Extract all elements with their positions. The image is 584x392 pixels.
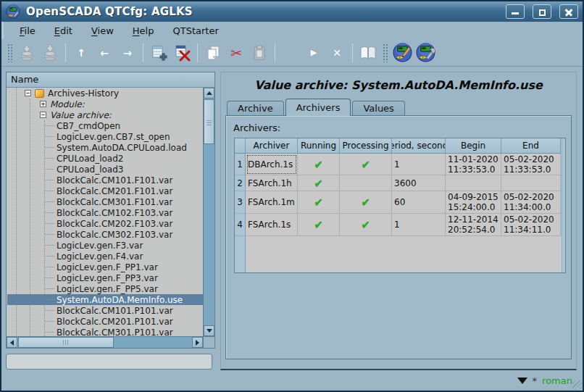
tree-item-blockcalc-cm101-p101-var[interactable]: BlockCalc.CM101.P101.var <box>7 305 203 316</box>
tree-branch-line <box>45 125 54 126</box>
close-button[interactable] <box>559 4 578 19</box>
cell-processing[interactable]: ✔ <box>340 191 392 214</box>
tree-item-blockcalc-cm201-p101-var[interactable]: BlockCalc.CM201.P101.var <box>7 316 203 327</box>
minimize-button[interactable] <box>506 4 525 19</box>
tree-expander-plus[interactable]: + <box>40 101 46 107</box>
tree-item-archives-history[interactable]: −Archives-History <box>7 88 203 99</box>
qtcfg-tools-button[interactable] <box>414 41 437 64</box>
menu-file[interactable]: File <box>11 23 44 38</box>
panel-splitter[interactable] <box>215 67 220 371</box>
cell-running[interactable]: ✔ <box>298 191 340 214</box>
cell-processing[interactable]: ✔ <box>340 154 392 175</box>
start-periodic-update-button[interactable]: ▶ <box>302 41 325 64</box>
tree-item-module[interactable]: +Module: <box>7 99 203 109</box>
tree-expander-minus[interactable]: − <box>25 90 31 96</box>
qtcfg-configurator-button[interactable] <box>391 41 414 64</box>
cell-processing[interactable] <box>340 175 392 191</box>
tree-vertical-scrollbar[interactable] <box>203 88 214 336</box>
toolbar-handle[interactable] <box>7 43 12 62</box>
scroll-down-button[interactable] <box>204 325 214 336</box>
table-corner <box>235 138 246 154</box>
scroll-right-button[interactable] <box>192 337 203 348</box>
tree-item-blockcalc-cm102-f103-var[interactable]: BlockCalc.CM102.F103.var <box>7 207 203 218</box>
tab-archive[interactable]: Archive <box>227 101 284 116</box>
tree-branch-line <box>45 278 54 278</box>
tree-item-cpuload-load2[interactable]: CPULoad_load2 <box>7 153 203 164</box>
table-row: 1DBArch.1s✔✔111-01-202011:33:53.005-02-2… <box>235 154 565 175</box>
tree-item-system-autoda-cpuload-load[interactable]: System.AutoDA.CPULoad.load <box>7 142 203 153</box>
column-header-end: End <box>501 138 561 154</box>
tree-item-blockcalc-cm302-f103-var[interactable]: BlockCalc.CM302.F103.var <box>7 229 203 240</box>
menu-help[interactable]: Help <box>124 23 163 38</box>
tab-values[interactable]: Values <box>352 101 404 116</box>
cut-item-button[interactable]: ✂ <box>225 41 248 64</box>
cell-running[interactable]: ✔ <box>298 214 340 236</box>
cell-begin[interactable] <box>446 175 501 191</box>
tree-horizontal-scrollbar[interactable] <box>7 336 203 348</box>
tree-item-cpuload-load3[interactable]: CPULoad_load3 <box>7 164 203 175</box>
cell-archiver[interactable]: FSArch.1s <box>246 214 298 236</box>
tree-item-logiclev-gen-f3-var[interactable]: LogicLev.gen.F3.var <box>7 240 203 251</box>
cell-end[interactable]: 05-02-202011:34:11.0 <box>501 214 561 236</box>
add-item-button[interactable] <box>147 41 170 64</box>
tree-item-logiclev-gen-f-pp1-var[interactable]: LogicLev.gen.F_PP1.var <box>7 262 203 272</box>
tree-expander-minus[interactable]: − <box>40 112 46 118</box>
cell-period[interactable]: 60 <box>392 191 446 214</box>
menu-edit[interactable]: Edit <box>46 23 81 38</box>
toolbar-separator <box>275 43 275 62</box>
tree-item-logiclev-gen-f-pp5-var[interactable]: LogicLev.gen.F_PP5.var <box>7 283 203 294</box>
tree-item-cb7-cmdopen[interactable]: CB7_cmdOpen <box>7 120 203 131</box>
tree-item-value-archive[interactable]: −Value archive: <box>7 109 203 120</box>
config-wrench-icon <box>416 43 435 62</box>
cell-archiver[interactable]: FSArch.1m <box>246 191 298 214</box>
titlebar[interactable]: OpenSCADA QTCfg: AGLKS <box>1 1 583 22</box>
tree-item-logiclev-gen-f-pp3-var[interactable]: LogicLev.gen.F_PP3.var <box>7 272 203 283</box>
cell-running[interactable]: ✔ <box>298 175 340 191</box>
cell-running[interactable]: ✔ <box>298 154 340 175</box>
status-bar: * roman <box>1 371 583 391</box>
delete-item-button[interactable] <box>170 41 193 64</box>
manual-button[interactable] <box>356 41 380 64</box>
tree-item-blockcalc-cm301-p101-var[interactable]: BlockCalc.CM301.P101.var <box>7 327 203 336</box>
tree-item-logiclev-gen-cb7-st-open[interactable]: LogicLev.gen.CB7.st_open <box>7 131 203 142</box>
tree-branch-line <box>45 288 54 289</box>
refresh-button[interactable] <box>279 41 302 64</box>
scroll-left-button[interactable] <box>7 337 17 348</box>
tree-item-blockcalc-cm202-f103-var[interactable]: BlockCalc.CM202.F103.var <box>7 218 203 229</box>
tab-archivers[interactable]: Archivers <box>285 99 351 116</box>
tree-item-system-autoda-meminfo-use[interactable]: System.AutoDA.MemInfo.use <box>7 294 203 305</box>
resize-grip-icon[interactable] <box>572 380 582 390</box>
tree-item-logiclev-gen-f4-var[interactable]: LogicLev.gen.F4.var <box>7 251 203 262</box>
horizontal-scroll-thumb[interactable] <box>18 337 114 348</box>
back-button[interactable]: ← <box>93 41 116 64</box>
cell-begin[interactable]: 11-01-202011:33:53.0 <box>446 154 501 175</box>
tree-item-label: Value archive: <box>50 110 112 120</box>
toolbar-handle[interactable] <box>383 43 388 62</box>
cell-period[interactable]: 1 <box>392 214 446 236</box>
paste-icon <box>251 44 268 62</box>
tree-item-blockcalc-cm101-f101-var[interactable]: BlockCalc.CM101.F101.var <box>7 175 203 185</box>
cell-processing[interactable]: ✔ <box>340 214 392 236</box>
menu-qtstarter[interactable]: QTStarter <box>164 23 227 38</box>
cell-end[interactable] <box>501 175 561 191</box>
cell-edit-field[interactable] <box>6 354 212 370</box>
cell-begin[interactable]: 12-11-201420:52:54.0 <box>446 214 501 236</box>
copy-item-button[interactable] <box>201 41 225 64</box>
status-collapse-button[interactable] <box>517 378 527 384</box>
tree-item-blockcalc-cm201-f101-var[interactable]: BlockCalc.CM201.F101.var <box>7 185 203 196</box>
up-button[interactable]: ↑ <box>70 41 93 64</box>
cell-archiver[interactable]: DBArch.1s <box>246 154 298 175</box>
cell-end[interactable]: 05-02-202011:33:53.0 <box>501 154 561 175</box>
tree-branch-line <box>45 321 54 322</box>
tree-header-name[interactable]: Name <box>7 72 214 88</box>
tree-item-blockcalc-cm301-f101-var[interactable]: BlockCalc.CM301.F101.var <box>7 196 203 207</box>
scroll-up-button[interactable] <box>204 88 214 99</box>
cell-end[interactable]: 05-02-202011:34:00.0 <box>501 191 561 214</box>
menu-view[interactable]: View <box>83 23 122 38</box>
maximize-button[interactable] <box>533 4 551 19</box>
cell-period[interactable]: 3600 <box>392 175 446 191</box>
cell-begin[interactable]: 04-09-201515:24:00.0 <box>446 191 501 214</box>
cell-archiver[interactable]: FSArch.1h <box>246 175 298 191</box>
cell-period[interactable]: 1 <box>392 154 446 175</box>
vertical-scroll-thumb[interactable] <box>204 99 214 144</box>
